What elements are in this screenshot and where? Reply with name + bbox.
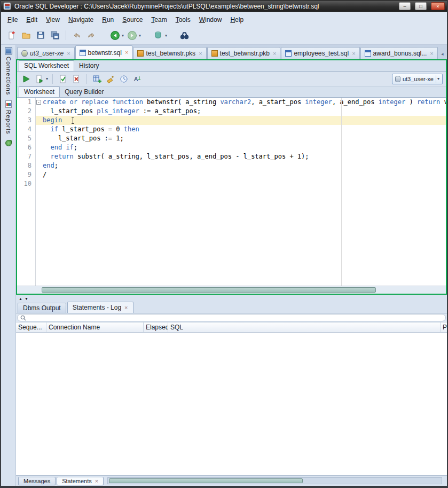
menu-source[interactable]: Source (118, 14, 147, 26)
file-tab-label: award_bonus.sql... (373, 50, 427, 57)
editor-line[interactable]: 10 (17, 179, 446, 188)
sidebar-tab-connections[interactable]: Connections (5, 48, 12, 95)
close-tab-icon[interactable]: × (273, 51, 276, 57)
editor-scrollbar-thumb[interactable] (42, 287, 376, 293)
open-button[interactable] (20, 29, 33, 42)
menu-help[interactable]: Help (226, 14, 248, 26)
column-header-elapsed[interactable]: Elapsed (144, 322, 168, 332)
log-search-input[interactable] (28, 315, 443, 321)
editor-line[interactable]: 2 l_start_pos pls_integer := a_start_pos… (17, 107, 446, 116)
footer-tab-statements[interactable]: Statements× (57, 477, 104, 485)
menu-navigate[interactable]: Navigate (64, 14, 98, 26)
scroll-tabs-left-icon[interactable]: ◂ (438, 50, 446, 58)
column-header-seque-[interactable]: Seque... (16, 322, 46, 332)
back-dropdown-icon[interactable]: ▾ (122, 33, 124, 38)
close-tab-icon[interactable]: × (67, 51, 70, 57)
editor-horizontal-scrollbar[interactable] (17, 286, 446, 294)
close-button[interactable]: × (431, 2, 445, 10)
redo-button[interactable] (85, 29, 98, 42)
connections-dropdown-icon[interactable]: ▾ (165, 33, 167, 38)
editor-line[interactable]: 6 end if; (17, 143, 446, 152)
sidebar-tab-reports[interactable]: Reports (5, 100, 12, 135)
tab-sql-worksheet[interactable]: SQL Worksheet (19, 60, 74, 71)
editor-line[interactable]: 1-create or replace function betwnstr( a… (17, 98, 446, 107)
column-header-sql[interactable]: SQL (168, 322, 441, 332)
fold-collapse-icon[interactable]: - (36, 100, 41, 105)
editor-line[interactable]: 7 return substr( a_string, l_start_pos, … (17, 152, 446, 161)
menu-run[interactable]: Run (98, 14, 118, 26)
editor-line[interactable]: 4 if l_start_pos = 0 then (17, 125, 446, 134)
sidebar-label-connections: Connections (5, 57, 12, 95)
tab-history[interactable]: History (74, 61, 104, 71)
file-tab-test-betwnstr-pkb[interactable]: test_betwnstr.pkb× (207, 47, 281, 59)
navigator-extra-icon[interactable] (5, 140, 12, 146)
minimize-button[interactable]: – (399, 2, 411, 10)
file-tab-betwnstr-sql[interactable]: betwnstr.sql× (75, 45, 133, 59)
undo-button[interactable] (70, 29, 83, 42)
run-script-button[interactable] (34, 73, 45, 85)
log-search-box[interactable] (17, 314, 446, 321)
connections-button[interactable] (152, 29, 164, 42)
collapse-up-icon[interactable]: ▲ (19, 297, 22, 301)
file-tab-ut3-user-xe[interactable]: ut3_user-xe× (17, 47, 75, 59)
search-button[interactable] (178, 29, 191, 42)
log-table-body[interactable] (16, 333, 447, 475)
format-case-button[interactable]: A (131, 73, 143, 85)
log-scrollbar-thumb[interactable] (109, 478, 302, 483)
rollback-button[interactable] (70, 73, 82, 85)
close-tab-icon[interactable]: × (199, 51, 202, 57)
column-header-connection-name[interactable]: Connection Name (46, 322, 144, 332)
save-all-button[interactable] (49, 29, 61, 42)
clear-button[interactable] (105, 73, 116, 85)
autotrace-button[interactable] (118, 73, 130, 85)
menu-view[interactable]: View (42, 14, 64, 26)
editor-line[interactable]: 5 l_start_pos := 1; (17, 134, 446, 143)
file-tab-test-betwnstr-pks[interactable]: test_betwnstr.pks× (133, 47, 206, 59)
code-editor[interactable]: 1-create or replace function betwnstr( a… (17, 98, 446, 286)
collapse-down-icon[interactable]: ▼ (25, 297, 28, 301)
column-header-pa[interactable]: Pa (441, 322, 447, 332)
close-tab-icon[interactable]: × (125, 50, 128, 56)
tab-query-builder[interactable]: Query Builder (60, 87, 108, 97)
menu-edit[interactable]: Edit (22, 14, 42, 26)
editor-line-body: end if; (35, 143, 446, 152)
log-tab-statements-log[interactable]: Statements - Log× (67, 302, 133, 313)
file-tab-employees-test-sql[interactable]: employees_test.sql× (281, 47, 359, 59)
tab-worksheet[interactable]: Worksheet (19, 86, 60, 97)
menu-file[interactable]: File (3, 14, 22, 26)
close-tab-icon[interactable]: × (352, 51, 355, 57)
connection-dropdown-icon[interactable]: ▾ (437, 76, 439, 81)
save-button[interactable] (34, 29, 47, 42)
close-tab-icon[interactable]: × (430, 51, 433, 57)
log-tab-dbms-output[interactable]: Dbms Output (18, 303, 66, 313)
close-tab-icon[interactable]: × (124, 304, 128, 311)
eraser-icon (106, 75, 115, 83)
menu-team[interactable]: Team (147, 14, 171, 26)
panel-splitter[interactable]: ▲ ▼ (16, 295, 447, 302)
editor-line-body (35, 179, 446, 188)
run-script-dropdown-icon[interactable]: ▾ (46, 76, 48, 81)
log-horizontal-scrollbar[interactable] (107, 477, 442, 484)
maximize-button[interactable]: □ (415, 2, 427, 10)
unshared-worksheet-button[interactable] (91, 73, 103, 85)
new-file-button[interactable] (5, 29, 18, 42)
run-statement-button[interactable] (20, 73, 32, 85)
close-tab-icon[interactable]: × (95, 478, 98, 484)
footer-tab-messages[interactable]: Messages (18, 477, 56, 485)
editor-line[interactable]: 3begin (17, 116, 446, 125)
forward-button[interactable] (125, 29, 138, 42)
connection-selector[interactable]: ut3_user-xe ▾ (392, 74, 443, 84)
menu-window[interactable]: Window (195, 14, 226, 26)
editor-line[interactable]: 8end; (17, 161, 446, 170)
file-tab-award-bonus-sql-[interactable]: award_bonus.sql...× (360, 47, 438, 59)
commit-button[interactable] (57, 73, 69, 85)
search-icon (20, 315, 26, 321)
log-panel: Dbms OutputStatements - Log× Seque...Con… (16, 302, 447, 486)
title-bar[interactable]: Oracle SQL Developer : C:\Users\Jacek\Ru… (1, 0, 447, 12)
forward-dropdown-icon[interactable]: ▾ (139, 33, 141, 38)
menu-tools[interactable]: Tools (171, 14, 195, 26)
back-button[interactable] (108, 29, 121, 42)
editor-line[interactable]: 9/ (17, 170, 446, 179)
letter-case-icon: A (133, 75, 142, 83)
code-text: begin (43, 116, 62, 125)
